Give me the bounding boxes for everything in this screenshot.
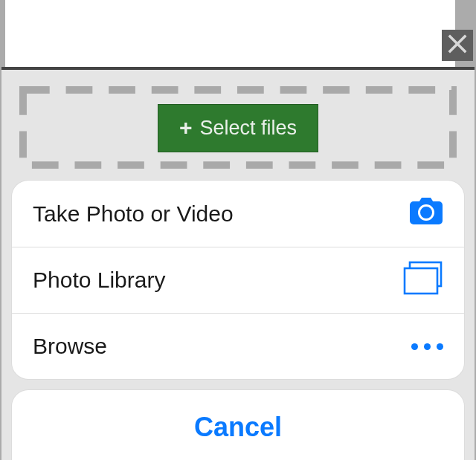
photo-stack-icon xyxy=(403,261,443,300)
action-photo-library[interactable]: Photo Library xyxy=(12,247,464,313)
select-files-button[interactable]: + Select files xyxy=(158,104,318,152)
select-files-label: Select files xyxy=(199,117,297,140)
action-label: Take Photo or Video xyxy=(33,201,234,227)
svg-rect-5 xyxy=(405,268,437,294)
plus-icon: + xyxy=(179,117,193,139)
action-browse[interactable]: Browse xyxy=(12,313,464,379)
background-content-panel xyxy=(5,0,455,74)
file-dropzone[interactable]: + Select files xyxy=(19,86,457,169)
action-label: Browse xyxy=(33,334,107,359)
action-sheet: Take Photo or Video Photo Library Browse xyxy=(12,181,464,379)
more-dots-icon xyxy=(411,343,443,350)
cancel-button[interactable]: Cancel xyxy=(12,390,464,460)
cancel-label: Cancel xyxy=(194,412,282,443)
close-icon xyxy=(446,33,469,58)
camera-icon xyxy=(409,197,443,230)
close-button[interactable] xyxy=(442,30,473,61)
action-take-photo[interactable]: Take Photo or Video xyxy=(12,181,464,247)
action-label: Photo Library xyxy=(33,268,165,293)
